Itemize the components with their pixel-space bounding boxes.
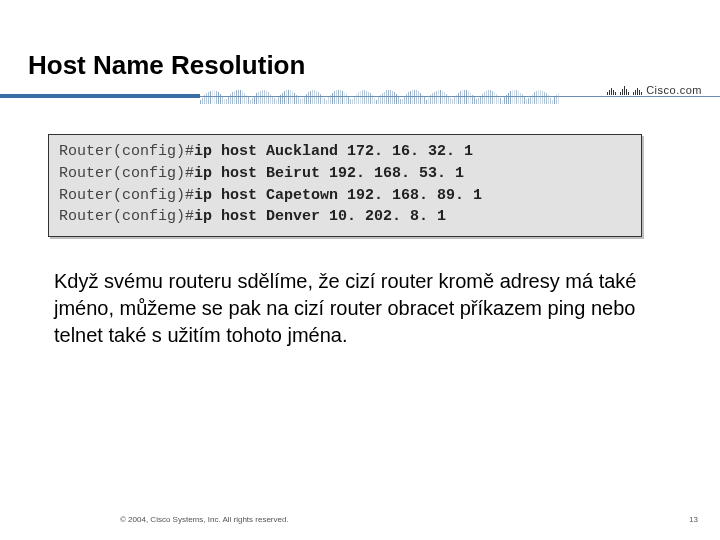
code-line: Router(config)#ip host Beirut 192. 168. … — [59, 163, 631, 185]
page-number: 13 — [689, 515, 698, 524]
cisco-logo: Cisco.com — [607, 84, 702, 96]
code-line: Router(config)#ip host Auckland 172. 16.… — [59, 141, 631, 163]
copyright-text: © 2004, Cisco Systems, Inc. All rights r… — [120, 515, 289, 524]
slide: Host Name Resolution Cisco.com Router(co… — [0, 0, 720, 540]
divider-stripes — [200, 88, 600, 104]
slide-title: Host Name Resolution — [28, 50, 305, 81]
code-block: Router(config)#ip host Auckland 172. 16.… — [48, 134, 642, 237]
body-paragraph: Když svému routeru sdělíme, že cizí rout… — [54, 268, 654, 349]
code-line: Router(config)#ip host Capetown 192. 168… — [59, 185, 631, 207]
code-line: Router(config)#ip host Denver 10. 202. 8… — [59, 206, 631, 228]
logo-text: Cisco.com — [646, 84, 702, 96]
